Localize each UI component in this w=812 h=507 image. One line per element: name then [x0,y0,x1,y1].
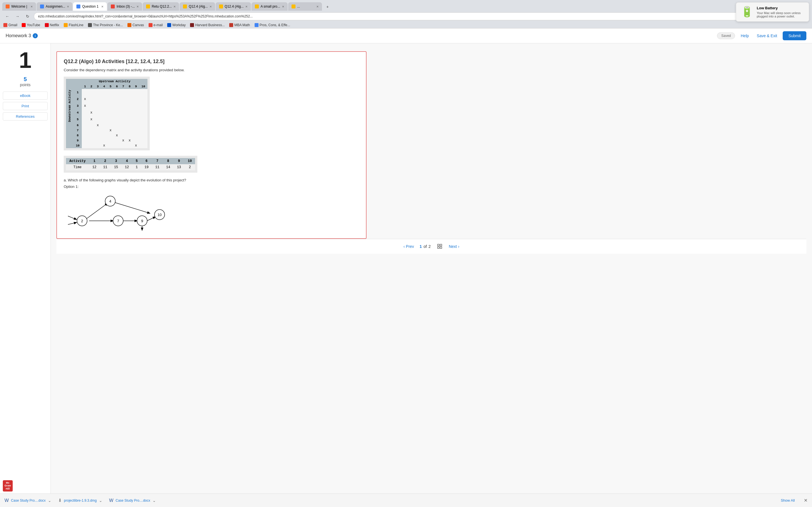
tab-title-extra: ... [297,4,315,8]
time-label: Time [66,164,89,170]
info-icon[interactable]: i [33,33,38,38]
bookmark-email[interactable]: e-mail [149,23,163,27]
tab-inbox[interactable]: Inbox (3) -... ✕ [107,2,142,11]
download-chevron-3[interactable]: ⌄ [153,498,156,503]
cell-10-4: X [101,143,107,148]
bookmark-workday[interactable]: Workday [167,23,186,27]
bookmark-mbamath-label: MBA Math [234,23,250,27]
tab-close-welcome[interactable]: ✕ [31,5,33,8]
row-label-7 [66,128,73,133]
bookmark-province[interactable]: The Province - Ke... [88,23,123,27]
bookmark-canvas[interactable]: Canvas [128,23,144,27]
grid-view-button[interactable] [437,243,443,250]
app-title: Homework 3 i [6,33,38,38]
tab-welcome[interactable]: Welcome | ✕ [2,2,36,11]
forward-button[interactable]: → [13,12,21,20]
download-name-3[interactable]: Case Study Pro....docx [116,499,150,503]
matrix-row-1: Downstream Activity 1 [66,89,147,96]
prev-arrow-icon: ‹ [403,244,405,249]
tab-close-question[interactable]: ✕ [101,5,103,8]
cell-4-1 [82,109,88,116]
tab-close-q124b[interactable]: ✕ [245,5,248,8]
bookmark-flashline[interactable]: FlashLine [64,23,84,27]
cell-9-6 [114,138,120,143]
tab-small[interactable]: A small pro... ✕ [252,2,287,11]
next-arrow-icon: › [458,244,459,249]
download-name-2[interactable]: projectlibre-1.9.3.dmg [64,499,97,503]
sidebar-link-print[interactable]: Print [3,102,48,110]
tab-extra[interactable]: ... ✕ [288,2,322,11]
next-button[interactable]: Next › [449,244,459,249]
tab-title-q124b: Q12.4 (Alg... [225,4,244,8]
address-bar[interactable]: ezto.mheducation.com/ext/map/index.html?… [34,12,799,20]
tab-favicon-inbox [111,4,115,8]
tab-q124a[interactable]: Q12.4 (Alg... ✕ [180,2,215,11]
cell-8-8 [126,133,133,138]
cell-7-10 [139,128,147,133]
tab-title-welcome: Welcome | [11,4,29,8]
homework-title: Homework 3 [6,33,31,38]
sidebar-links: eBook Print References [3,92,48,121]
bookmark-netflix[interactable]: Netflix [45,23,59,27]
save-exit-button[interactable]: Save & Exit [755,33,779,39]
help-button[interactable]: Help [739,33,751,39]
tab-close-q124a[interactable]: ✕ [209,5,212,8]
cell-7-2 [88,128,95,133]
prev-label: Prev [406,244,414,249]
activity-header-row: Activity 1 2 3 4 5 6 7 8 9 10 [66,158,195,164]
bookmark-pros[interactable]: Pros, Cons, & Effe... [255,23,290,27]
cell-7-3 [94,128,101,133]
tab-title-assignment: Assignmen... [46,4,65,8]
tab-question[interactable]: Question 1 ✕ [73,2,107,11]
activity-label: Activity [66,158,89,164]
content-area: Check my work Q12.2 (Algo) 10 Activities… [51,43,812,505]
question-title: Q12.2 (Algo) 10 Activities [12.2, 12.4, … [64,59,359,64]
points-value: 5 [20,76,31,82]
cell-2-10 [139,96,147,103]
tab-close-inbox[interactable]: ✕ [137,5,139,8]
tab-close-assignment[interactable]: ✕ [67,5,69,8]
cell-5-3 [94,116,101,123]
bookmark-mbamath[interactable]: MBA Math [229,23,250,27]
bookmark-youtube[interactable]: YouTube [22,23,40,27]
show-all-button[interactable]: Show All [781,498,795,503]
tab-close-extra[interactable]: ✕ [316,5,319,8]
sidebar-link-ebook[interactable]: eBook [3,92,48,100]
cell-10-2 [88,143,95,148]
tab-q124b[interactable]: Q12.4 (Alg... ✕ [216,2,251,11]
tab-retu[interactable]: Retu Q12.2... ✕ [143,2,179,11]
bookmark-canvas-label: Canvas [133,23,144,27]
prev-button[interactable]: ‹ Prev [403,244,414,249]
tab-title-retu: Retu Q12.2... [152,4,172,8]
cell-9-7: X [120,138,126,143]
download-chevron-1[interactable]: ⌄ [48,498,51,503]
app-header: Homework 3 i Saved Help Save & Exit Subm… [0,29,812,43]
new-tab-button[interactable]: + [324,3,332,11]
battery-message: Your Mac will sleep soon unless plugged … [757,11,804,18]
back-button[interactable]: ← [3,12,11,20]
matrix-row-7: 7 X [66,128,147,133]
cell-3-2 [88,103,95,109]
bookmark-gmail[interactable]: Gmail [3,23,17,27]
time-1: 12 [89,164,100,170]
cell-1-9 [133,89,139,96]
cell-10-1 [82,143,88,148]
cell-6-6 [114,123,120,128]
submit-button[interactable]: Submit [783,31,806,40]
download-chevron-2[interactable]: ⌄ [99,498,102,503]
cell-6-10 [139,123,147,128]
reload-button[interactable]: ↻ [24,12,32,20]
download-name-1[interactable]: Case Study Pro....docx [11,499,46,503]
bookmark-workday-label: Workday [172,23,186,27]
bookmark-youtube-label: YouTube [27,23,40,27]
cell-9-4 [101,138,107,143]
sidebar-link-references[interactable]: References [3,112,48,121]
tab-close-retu[interactable]: ✕ [173,5,175,8]
tab-close-small[interactable]: ✕ [282,5,284,8]
cell-2-6 [114,96,120,103]
province-icon [88,23,92,27]
tab-bar: Welcome | ✕ Assignmen... ✕ Question 1 ✕ … [0,0,812,11]
download-bar-close[interactable]: ✕ [804,498,808,503]
tab-assignment[interactable]: Assignmen... ✕ [37,2,72,11]
bookmark-hb[interactable]: Harvard Business... [190,23,225,27]
